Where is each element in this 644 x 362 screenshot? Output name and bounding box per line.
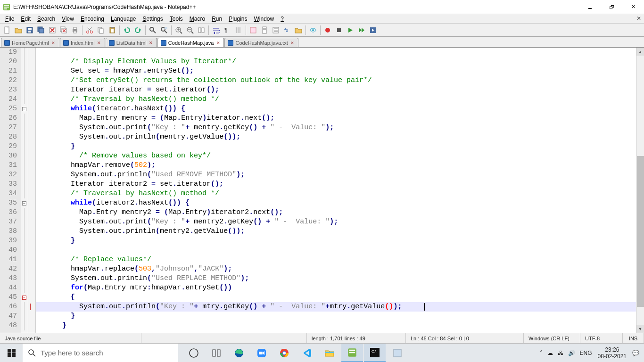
explorer-icon[interactable] [319, 344, 340, 362]
zoom-app-icon[interactable] [251, 344, 272, 362]
menu-view[interactable]: View [58, 15, 77, 23]
file-icon [109, 40, 115, 46]
close-file-icon[interactable] [47, 25, 58, 35]
toolbar: ¶ fx [0, 24, 644, 37]
window-title: E:\WFH\SHOBANA\CR\Java\Programs\CodeHash… [13, 4, 579, 10]
tab-codehashmap-java-txt[interactable]: CodeHashMap.java.txt✕ [224, 38, 298, 47]
tab-close-icon[interactable]: ✕ [149, 40, 154, 45]
play-macro-icon[interactable] [345, 25, 355, 35]
menu-window[interactable]: Window [251, 15, 278, 23]
notepadpp-taskbar-icon[interactable] [341, 344, 363, 362]
tab-index-html[interactable]: Index.html✕ [60, 38, 105, 47]
folder-workspace-icon[interactable] [293, 25, 304, 35]
word-wrap-icon[interactable] [211, 25, 221, 35]
menu-encoding[interactable]: Encoding [77, 15, 107, 23]
taskbar-search[interactable]: Type here to search [23, 344, 178, 362]
zoom-out-icon[interactable] [185, 25, 195, 35]
undo-icon[interactable] [122, 25, 132, 35]
tab-homepage-html[interactable]: HomePage.html✕ [1, 38, 59, 47]
chevron-up-icon[interactable]: ˄ [540, 350, 543, 356]
tab-close-icon[interactable]: ✕ [215, 40, 221, 45]
svg-line-72 [33, 354, 35, 356]
code-text-area[interactable]: /* Display Element Values by Iterator*/ … [36, 48, 636, 333]
notifications-icon[interactable]: 💬 [632, 350, 639, 356]
start-button[interactable] [0, 344, 23, 362]
monitor-icon[interactable] [308, 25, 318, 35]
fold-toggle-icon[interactable]: − [22, 296, 26, 300]
minimize-button[interactable]: 🗕 [579, 0, 601, 14]
open-file-icon[interactable] [13, 25, 24, 35]
onedrive-icon[interactable]: ☁ [547, 350, 553, 356]
redo-icon[interactable] [133, 25, 143, 35]
menu-file[interactable]: File [2, 15, 17, 23]
menu-tools[interactable]: Tools [166, 15, 186, 23]
svg-rect-8 [28, 31, 31, 33]
copy-icon[interactable] [96, 25, 106, 35]
indent-guide-icon[interactable] [233, 25, 244, 35]
scroll-down-icon[interactable]: ▼ [636, 325, 644, 333]
cortana-icon[interactable] [206, 344, 227, 362]
editor-area[interactable]: 1920212223242526272829303132333435363738… [0, 47, 644, 333]
fold-margin[interactable]: −−− [21, 48, 28, 333]
menu-edit[interactable]: Edit [17, 15, 34, 23]
scroll-thumb[interactable] [637, 156, 644, 307]
find-icon[interactable] [148, 25, 158, 35]
menu-help[interactable]: ? [277, 15, 287, 23]
vscode-icon[interactable] [296, 344, 318, 362]
paste-icon[interactable] [107, 25, 117, 35]
menu-search[interactable]: Search [34, 15, 58, 23]
chrome-icon[interactable] [273, 344, 295, 362]
language-indicator[interactable]: ENG [580, 350, 592, 356]
tab-close-icon[interactable]: ✕ [290, 40, 295, 45]
play-multi-icon[interactable] [356, 25, 367, 35]
fold-toggle-icon[interactable]: − [22, 201, 26, 206]
scroll-up-icon[interactable]: ▲ [636, 48, 644, 56]
task-view-icon[interactable] [183, 344, 205, 362]
cmd-icon[interactable]: C:\ [364, 344, 386, 362]
cut-icon[interactable] [84, 25, 95, 35]
stop-macro-icon[interactable] [334, 25, 344, 35]
save-macro-icon[interactable] [368, 25, 378, 35]
svg-point-73 [190, 349, 198, 357]
menu-macro[interactable]: Macro [186, 15, 208, 23]
tab-close-icon[interactable]: ✕ [97, 40, 102, 45]
show-all-chars-icon[interactable]: ¶ [222, 25, 232, 35]
function-list-icon[interactable]: fx [282, 25, 292, 35]
file-icon [63, 40, 69, 46]
doc-list-icon[interactable] [271, 25, 281, 35]
status-bar: Java source file length : 1,701 lines : … [0, 333, 644, 343]
new-file-icon[interactable] [2, 25, 12, 35]
edge-icon[interactable] [228, 344, 250, 362]
vertical-scrollbar[interactable]: ▲ ▼ [636, 48, 644, 333]
status-encoding[interactable]: UTF-8 [580, 333, 623, 344]
zoom-in-icon[interactable] [173, 25, 184, 35]
close-all-icon[interactable] [58, 25, 69, 35]
save-all-icon[interactable] [36, 25, 46, 35]
menu-language[interactable]: Language [107, 15, 139, 23]
record-macro-icon[interactable] [322, 25, 333, 35]
doc-map-icon[interactable] [259, 25, 270, 35]
tab-listdata-html[interactable]: ListData.html✕ [106, 38, 157, 47]
network-icon[interactable]: 🖧 [558, 350, 563, 356]
status-eol[interactable]: Windows (CR LF) [524, 333, 580, 344]
tab-codehashmap-java[interactable]: CodeHashMap.java✕ [157, 38, 224, 47]
lang-udl-icon[interactable] [248, 25, 258, 35]
print-icon[interactable] [70, 25, 80, 35]
maximize-button[interactable]: 🗗 [601, 0, 622, 14]
menu-settings[interactable]: Settings [139, 15, 166, 23]
app-generic-icon[interactable] [387, 344, 408, 362]
menu-run[interactable]: Run [208, 15, 225, 23]
tray-icons[interactable]: ˄ ☁ 🖧 🔊 ENG [540, 350, 592, 356]
fold-toggle-icon[interactable]: − [22, 107, 26, 111]
svg-point-82 [283, 352, 286, 354]
sync-scroll-icon[interactable] [196, 25, 206, 35]
menu-plugins[interactable]: Plugins [225, 15, 250, 23]
close-button[interactable]: ✕ [622, 0, 644, 14]
replace-icon[interactable] [159, 25, 169, 35]
save-icon[interactable] [25, 25, 35, 35]
menu-close-doc[interactable]: ✕ [636, 15, 641, 22]
tab-close-icon[interactable]: ✕ [51, 40, 56, 45]
taskbar-clock[interactable]: 23:26 08-02-2021 [598, 346, 627, 360]
status-insert-mode[interactable]: INS [623, 333, 644, 344]
volume-icon[interactable]: 🔊 [568, 350, 575, 356]
